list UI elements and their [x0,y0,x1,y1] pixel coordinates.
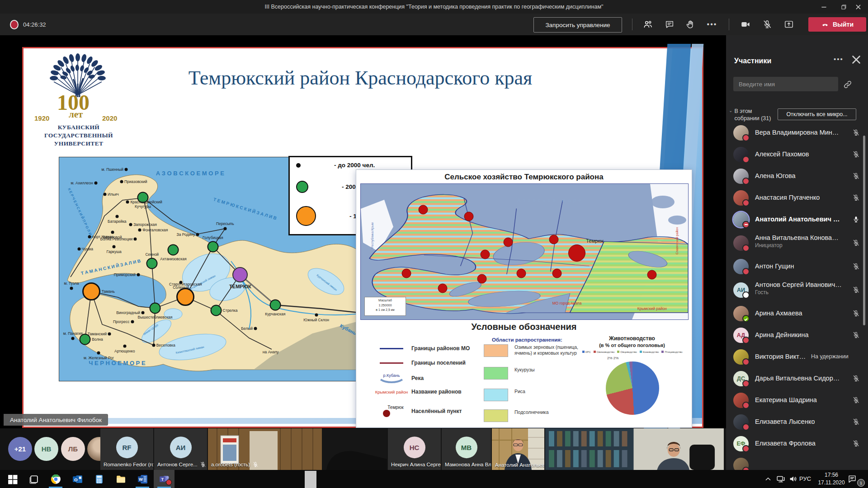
teams-notification-dot [166,479,172,485]
mic-muted-icon [852,418,860,426]
panel-scrollbar[interactable] [863,136,865,325]
taskbar-window-tile[interactable] [305,471,316,488]
map2-krymsky-label: Крымский район [637,306,667,311]
taskbar-app-word[interactable]: W [132,470,153,488]
chat-icon[interactable] [664,19,675,30]
participant-search[interactable] [733,77,838,91]
participant-row[interactable]: Екатерина Шадрина [726,389,868,411]
tile-name: Антонов Серге... [157,462,198,467]
volume-icon[interactable] [788,474,798,484]
participant-row[interactable]: ЕФЕлизавета Фролова [726,433,868,455]
overflow-count-circle[interactable]: +21 [8,437,32,461]
mic-muted-icon[interactable] [761,19,773,30]
pie-subtitle: (в % от общего поголовья) [578,343,686,348]
participant-row[interactable]: Анастасия Пугаченко [726,187,868,209]
town-label: Южный Склон [303,318,329,322]
raise-hand-icon[interactable] [684,19,696,30]
town-marker [77,247,80,250]
tile-name: Romanenko Fedor (го... [104,462,153,467]
mute-all-button[interactable]: Отключить все микро... [778,108,856,120]
leave-button[interactable]: Выйти [808,17,866,32]
taskbar-app-chrome[interactable] [45,470,66,488]
participant-row[interactable]: Антон Гущин [726,256,868,277]
network-icon[interactable] [776,474,786,484]
taskbar-app-taskview[interactable] [24,470,44,488]
presence-badge [742,291,750,299]
town-label: За Родину [177,232,195,237]
participant-row[interactable]: АДАрина Дейникина [726,324,868,346]
town-label: ТЕМРЮК [229,284,251,289]
town-marker [88,235,91,238]
language-indicator[interactable]: РУС [799,475,811,482]
audio-tile[interactable]: НСНекрич Алина Серге... [388,428,441,470]
participant-row[interactable]: Анатолий Анатольевич Фи... [726,209,868,230]
audio-tile[interactable]: RFRomanenko Fedor (го... [100,428,153,470]
taskbar-app-start[interactable] [2,470,23,488]
avatar [733,349,749,365]
tile-avatar: АИ [170,436,192,458]
audio-avatar-initials[interactable]: ЛБ [61,437,85,461]
request-control-button[interactable]: Запросить управление [533,17,622,33]
copy-link-icon[interactable] [843,80,853,89]
legend-area-item: Риса [484,389,525,401]
participants-icon[interactable] [642,19,654,30]
town-label: Стрелка [223,308,238,313]
tile-label: Анатолий Анатольевич Ф... [495,462,544,468]
camera-icon[interactable] [740,19,751,30]
legend-line-label: Границы поселений [411,360,466,366]
taskbar-clock[interactable]: 17:56 17.11.2020 [816,471,846,487]
legend-area-item: Кукурузы [484,367,535,380]
tile-avatar: НС [404,436,425,458]
search-input[interactable] [738,80,834,88]
participant-row[interactable]: Алена Югова [726,165,868,187]
participant-row[interactable]: АИАнтонов Сергей Иванович (...Гость [726,277,868,303]
taskbar-app-explorer[interactable] [110,470,131,488]
window-titlebar: III Всероссийская научно-практическая ко… [0,0,868,14]
avatar: ЕФ [733,436,749,451]
participant-row[interactable]: Виктория Викторов...На удержании [726,346,868,368]
participant-row[interactable]: ДСДарья Витальевна Сидорова [726,368,868,389]
town-label: Фонталовская [142,228,168,232]
video-tile[interactable] [545,428,724,470]
map2-legend: Условные обозначения Границы районов МОГ… [356,320,692,427]
legend-line-symbol [379,362,404,364]
town-label: м. Пшенный [102,167,123,172]
tray-chevron-icon[interactable] [763,474,773,484]
taskbar-app-calculator[interactable] [89,470,109,488]
town-label: Батарейка [108,219,126,224]
share-screen-icon[interactable] [783,19,795,30]
collapse-caret-icon[interactable]: ⌄ [729,108,732,122]
presence-badge [742,337,750,344]
minimize-button[interactable] [814,0,834,14]
participant-row[interactable]: Анна Витальевна КоноваловаИнициатор [726,230,868,256]
area-swatch [484,367,508,380]
audio-tile[interactable]: АИАнтонов Серге...••• [154,428,207,470]
audio-tile[interactable]: МВМамонова Анна Влад... [442,428,491,470]
video-tile[interactable]: a.orobets (гость) [208,428,387,470]
participants-more-icon[interactable]: ••• [834,55,844,63]
taskbar-app-outlook[interactable]: O [67,470,88,488]
participant-row[interactable]: Вера Владимировна Минен... [726,122,868,144]
notifications-icon[interactable] [847,474,857,484]
map2-anapa-label: МО город Анапа [552,301,582,305]
presence-badge [742,358,750,366]
mic-muted-icon [852,375,860,382]
participant-row[interactable]: Алексей Пахомов [726,144,868,165]
town-label: Волна [92,337,103,342]
taskbar-app-teams[interactable]: T [154,470,175,488]
participant-row[interactable]: Елизавета Лысенко [726,411,868,433]
town-marker [115,215,118,218]
pie-legend: КРССвиноводствоОвцеводствоКоневодствоПти… [580,351,683,353]
town-label: м. Железный Рог [84,356,114,360]
legend-symbol-icon [296,206,316,226]
town-label: Запорожская [133,222,157,227]
window-title: III Всероссийская научно-практическая ко… [0,0,868,14]
participants-close-icon[interactable] [852,55,861,64]
close-button[interactable] [848,0,868,14]
more-actions-icon[interactable]: ••• [706,19,718,30]
video-tile[interactable]: Анатолий Анатольевич Ф... [492,428,544,470]
participant-name: Виктория Викторов... [755,353,808,360]
presence-badge [742,244,750,252]
participant-row[interactable]: Арина Ахмаева [726,303,868,324]
audio-avatar-initials[interactable]: НВ [34,437,58,461]
